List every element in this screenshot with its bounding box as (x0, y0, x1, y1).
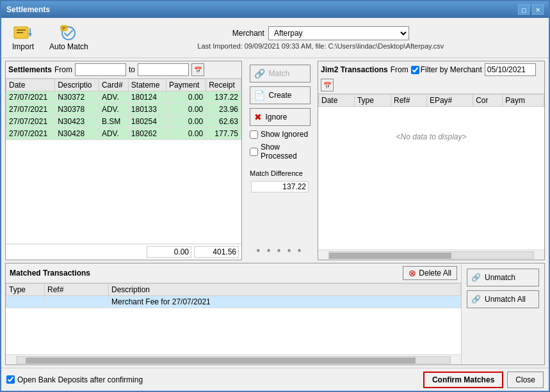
col-date: Date (6, 79, 55, 91)
delete-icon: ⊗ (408, 268, 416, 278)
matched-col-desc: Description (109, 284, 461, 296)
show-ignored-label: Show Ignored (261, 130, 308, 139)
col-payment: Payment (166, 79, 206, 91)
settlements-table: Date Descriptio Card# Stateme Payment Re… (6, 79, 241, 140)
cell-stmt: 180124 (128, 91, 166, 104)
table-row[interactable]: 27/07/2021 N30378 ADV. 180133 0.00 23.96 (6, 104, 241, 116)
jim2-col-ref: Ref# (391, 95, 426, 107)
jim2-col-date: Date (319, 95, 355, 107)
match-diff-label: Match Difference (247, 169, 303, 177)
matched-table-area: Type Ref# Description Merchant Fee for 2… (6, 283, 461, 354)
matched-panel: Matched Transactions ⊗ Delete All Type R… (6, 263, 461, 365)
actions-panel: 🔗 Match 📄 Create ✖ Ignore Show Ignored (245, 61, 315, 260)
jim2-header: Jim2 Transactions From Filter by Merchan… (318, 61, 544, 94)
import-button[interactable]: Import (8, 22, 38, 54)
table-row[interactable]: 27/07/2021 N30423 B.SM 180254 0.00 62.63 (6, 116, 241, 128)
show-processed-checkbox[interactable] (250, 148, 258, 156)
create-icon: 📄 (254, 90, 265, 100)
merchant-row: Merchant Afterpay (232, 26, 409, 40)
create-button[interactable]: 📄 Create (250, 86, 311, 104)
auto-match-icon (58, 24, 79, 42)
col-card: Card# (99, 79, 128, 91)
last-imported-text: Last Imported: 09/09/2021 09:33 AM, file… (197, 42, 444, 50)
show-ignored-checkbox[interactable] (250, 130, 258, 139)
title-bar: Settlements ◻ ✕ (1, 1, 549, 18)
svg-rect-8 (62, 29, 65, 30)
col-receipt: Receipt (206, 79, 241, 91)
footer-right: Confirm Matches Close (423, 372, 544, 388)
table-row[interactable]: Merchant Fee for 27/07/2021 (6, 296, 461, 308)
cell-receipt: 62.63 (206, 116, 241, 128)
show-processed-row: Show Processed (247, 143, 312, 161)
settlements-panel: Settlements From to 📅 Date Descriptio Ca… (5, 61, 242, 260)
restore-button[interactable]: ◻ (518, 4, 530, 15)
jim2-col-cor: Cor (473, 95, 503, 107)
cell-receipt: 23.96 (206, 104, 241, 116)
close-button[interactable]: Close (507, 372, 544, 388)
filter-by-merchant-row: Filter by Merchant (411, 65, 482, 74)
match-button[interactable]: 🔗 Match (250, 65, 311, 82)
auto-match-button[interactable]: Auto Match (45, 22, 93, 54)
filter-by-merchant-label: Filter by Merchant (421, 65, 482, 74)
unmatch-button[interactable]: 🔗 Unmatch (467, 269, 539, 286)
table-row[interactable]: 27/07/2021 N30428 ADV. 180262 0.00 177.7… (6, 128, 241, 140)
matched-cell-type (6, 296, 45, 308)
jim2-col-payment: Paym (503, 95, 544, 107)
dots-separator: • • • • • (257, 245, 303, 256)
from-label: From (54, 65, 72, 74)
jim2-from-label: From (391, 65, 408, 74)
jim2-h-scrollbar[interactable] (318, 249, 544, 260)
create-label: Create (269, 91, 292, 100)
cell-date: 27/07/2021 (6, 91, 55, 104)
settlements-window: Settlements ◻ ✕ Import (0, 0, 550, 392)
cell-date: 27/07/2021 (6, 104, 55, 116)
match-label: Match (269, 69, 290, 78)
close-window-button[interactable]: ✕ (532, 4, 544, 15)
filter-by-merchant-checkbox[interactable] (411, 66, 419, 74)
settlements-to-input[interactable] (138, 63, 189, 76)
cell-card: ADV. (99, 128, 128, 140)
svg-rect-7 (62, 27, 66, 28)
svg-rect-6 (61, 26, 67, 31)
svg-rect-2 (17, 32, 23, 33)
merchant-label: Merchant (232, 29, 264, 38)
jim2-calendar-button[interactable]: 📅 (321, 79, 334, 91)
jim2-panel: Jim2 Transactions From Filter by Merchan… (318, 61, 545, 260)
jim2-date-input[interactable] (485, 63, 536, 76)
no-data-text: <No data to display> (318, 107, 544, 167)
cell-stmt: 180262 (128, 128, 166, 140)
cell-payment: 0.00 (166, 104, 206, 116)
match-diff-input[interactable] (251, 181, 309, 192)
ignore-label: Ignore (266, 113, 287, 122)
unmatch-icon: 🔗 (471, 273, 481, 282)
jim2-title: Jim2 Transactions (321, 65, 388, 74)
confirm-matches-button[interactable]: Confirm Matches (423, 372, 503, 388)
unmatch-all-button[interactable]: 🔗 Unmatch All (467, 290, 539, 308)
cell-stmt: 180254 (128, 116, 166, 128)
cell-desc: N30372 (55, 91, 99, 104)
open-bank-checkbox[interactable] (6, 375, 15, 384)
unmatch-all-label: Unmatch All (485, 295, 526, 304)
toolbar: Import Auto Match Merchant Afterpay (1, 18, 549, 58)
jim2-col-epay: EPay# (426, 95, 473, 107)
settlements-from-input[interactable] (75, 63, 126, 76)
jim2-scrollbar-thumb (329, 253, 451, 259)
cell-desc: N30423 (55, 116, 99, 128)
matched-scrollbar-track (16, 356, 451, 364)
matched-h-scrollbar[interactable] (6, 354, 461, 365)
merchant-select[interactable]: Afterpay (268, 26, 409, 40)
matched-title: Matched Transactions (10, 269, 90, 278)
settlements-table-container: Date Descriptio Card# Stateme Payment Re… (6, 79, 241, 244)
delete-all-button[interactable]: ⊗ Delete All (403, 266, 457, 280)
cell-desc: N30428 (55, 128, 99, 140)
cell-payment: 0.00 (166, 128, 206, 140)
svg-rect-1 (17, 29, 26, 31)
summary-payment: 0.00 (147, 246, 191, 258)
settlements-calendar-button[interactable]: 📅 (191, 63, 204, 76)
ignore-button[interactable]: ✖ Ignore (250, 108, 311, 126)
ignore-icon: ✖ (254, 112, 262, 122)
cell-desc: N30378 (55, 104, 99, 116)
table-row[interactable]: 27/07/2021 N30372 ADV. 180124 0.00 137.2… (6, 91, 241, 104)
settlements-header: Settlements From to 📅 (6, 61, 241, 79)
matched-controls: 🔗 Unmatch 🔗 Unmatch All (461, 263, 544, 365)
